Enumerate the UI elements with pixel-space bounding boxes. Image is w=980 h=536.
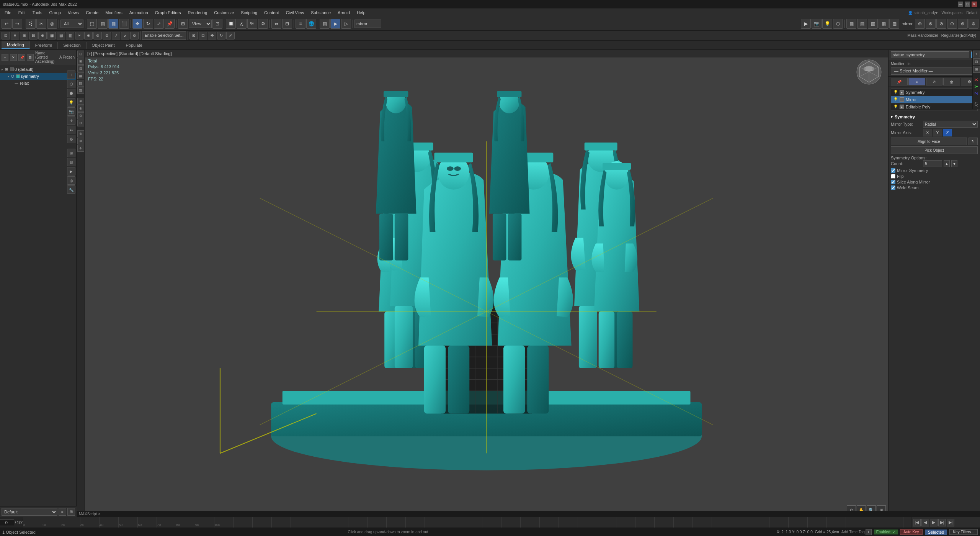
rotate-button[interactable]: ↻: [143, 19, 153, 29]
sec-snap-btn[interactable]: ⊠: [189, 32, 198, 39]
ribbon-extra-6[interactable]: ⊚: [969, 19, 978, 29]
slice-along-checkbox[interactable]: [891, 180, 895, 184]
mirror-symmetry-checkbox[interactable]: [891, 168, 895, 173]
ls-btn-11[interactable]: ⊚: [77, 130, 84, 137]
menu-customize[interactable]: Customize: [211, 10, 237, 16]
autokey-button[interactable]: Auto Key: [900, 529, 923, 535]
scene-explorer-button[interactable]: 🌐: [306, 19, 316, 29]
menu-tools[interactable]: Tools: [29, 10, 46, 16]
pivot-button[interactable]: ⊡: [212, 19, 222, 29]
editable-poly-btn-7[interactable]: ▤: [57, 32, 65, 39]
spacewarps-btn[interactable]: ↭: [67, 126, 75, 134]
minimize-button[interactable]: —: [958, 2, 963, 7]
scene-object-relax[interactable]: — relax: [0, 80, 76, 87]
sec-move-btn[interactable]: ✥: [208, 32, 216, 39]
tab-object-paint[interactable]: Object Paint: [87, 42, 121, 49]
ri-btn-1[interactable]: +: [973, 51, 980, 57]
weld-seam-checkbox[interactable]: [891, 185, 895, 190]
render-button[interactable]: ▶: [330, 19, 340, 29]
menu-graph-editors[interactable]: Graph Editors: [152, 10, 184, 16]
left-panel-close-btn[interactable]: ✕: [10, 54, 17, 61]
mirror-button[interactable]: ⇔: [271, 19, 281, 29]
key-filter-button[interactable]: Key Filters...: [949, 529, 978, 535]
left-panel-pin-btn[interactable]: 📌: [18, 54, 25, 61]
editable-poly-btn-8[interactable]: ▥: [66, 32, 74, 39]
modifier-symmetry[interactable]: 💡 ▸ Symmetry: [891, 89, 977, 96]
tab-modeling[interactable]: Modeling: [2, 41, 30, 49]
spinner-snap-button[interactable]: ⚙: [258, 19, 268, 29]
editable-poly-btn-2[interactable]: ≡: [11, 32, 19, 39]
timeline-track[interactable]: 0 10 20 30 40 50 60 70 80 90 100: [23, 517, 911, 528]
play-anim-button[interactable]: ▶: [801, 19, 811, 29]
render-last-button[interactable]: ▷: [341, 19, 351, 29]
ls-btn-7[interactable]: ⊕: [77, 98, 84, 105]
ribbon-button-1[interactable]: ▦: [846, 19, 856, 29]
menu-create[interactable]: Create: [83, 10, 101, 16]
count-down-btn[interactable]: ▼: [951, 160, 957, 167]
close-button[interactable]: ✕: [972, 2, 977, 7]
editable-poly-btn-4[interactable]: ⊟: [29, 32, 38, 39]
modifier-editable-poly[interactable]: 💡 ▸ Editable Poly: [891, 103, 977, 111]
layer-selector[interactable]: Default: [2, 508, 57, 516]
pick-object-btn[interactable]: Pick Object: [891, 146, 978, 154]
motion-btn[interactable]: ▶: [67, 167, 75, 175]
left-panel-expand-btn[interactable]: ⊞: [27, 54, 34, 61]
modifier-dropdown[interactable]: — Select Modifier — Symmetry Mirror Turb…: [891, 67, 978, 75]
menu-file[interactable]: File: [2, 10, 15, 16]
ls-btn-3[interactable]: ⊟: [77, 65, 84, 72]
ri-btn-3[interactable]: ⊞: [973, 66, 980, 73]
menu-content[interactable]: Content: [261, 10, 282, 16]
geometry-sub-btn[interactable]: ⬡: [67, 80, 75, 88]
editable-poly-btn-1[interactable]: ⊡: [2, 32, 10, 39]
utilities-btn[interactable]: 🔧: [67, 185, 75, 194]
camera-toggle-button[interactable]: 📷: [812, 19, 822, 29]
reference-coord-dropdown[interactable]: View: [189, 20, 212, 28]
ls-btn-13[interactable]: ✛: [77, 145, 84, 152]
next-frame-btn[interactable]: ▶|: [938, 519, 946, 526]
ls-btn-4[interactable]: ▦: [77, 72, 84, 79]
menu-help[interactable]: Help: [354, 10, 369, 16]
editable-poly-btn-9[interactable]: ✂: [75, 32, 83, 39]
ribbon-button-2[interactable]: ▤: [857, 19, 867, 29]
viewcube[interactable]: [854, 57, 884, 88]
angle-snap-button[interactable]: ∡: [237, 19, 247, 29]
bind-button[interactable]: ◎: [47, 19, 57, 29]
ls-btn-9[interactable]: ⊘: [77, 112, 84, 119]
ribbon-button-5[interactable]: ▨: [889, 19, 899, 29]
render-setup-button[interactable]: ▤: [320, 19, 330, 29]
enable-selection-set-btn[interactable]: Enable Selection Set...: [142, 31, 186, 40]
editable-poly-btn-11[interactable]: ⊙: [93, 32, 102, 39]
ribbon-button-4[interactable]: ▦: [879, 19, 889, 29]
tab-freeform[interactable]: Freeform: [30, 42, 58, 49]
maximize-button[interactable]: □: [965, 2, 970, 7]
modifier-mirror[interactable]: 💡 Mirror: [891, 96, 977, 103]
align-button[interactable]: ⊟: [282, 19, 292, 29]
tab-populate[interactable]: Populate: [120, 42, 148, 49]
ribbon-extra-1[interactable]: ⊕: [915, 19, 925, 29]
percent-snap-button[interactable]: %: [247, 19, 257, 29]
editable-poly-btn-15[interactable]: ⊚: [130, 32, 139, 39]
main-viewport[interactable]: [+] [Perspective] [Standard] [Default Sh…: [85, 50, 888, 517]
axis-z-btn[interactable]: Z: [943, 129, 952, 136]
select-button[interactable]: ⬚: [87, 19, 97, 29]
count-up-btn[interactable]: ▲: [944, 160, 950, 167]
menu-arnold[interactable]: Arnold: [335, 10, 353, 16]
layer-mgr-button[interactable]: ≡: [296, 19, 305, 29]
add-time-tag-btn[interactable]: +: [866, 529, 872, 535]
light-toggle-button[interactable]: 💡: [822, 19, 832, 29]
scene-object-symmetry[interactable]: ▾ ⬡ symmetry 👁: [0, 73, 76, 80]
editable-poly-btn-5[interactable]: ⊕: [38, 32, 47, 39]
editable-poly-btn-12[interactable]: ⊘: [103, 32, 111, 39]
sec-rotate-btn[interactable]: ↻: [217, 32, 225, 39]
go-end-btn[interactable]: ▶|: [947, 519, 954, 526]
select-name-button[interactable]: ▤: [98, 19, 108, 29]
ref-coord-button[interactable]: ⊞: [178, 19, 188, 29]
left-panel-options-btn[interactable]: ≡: [2, 54, 8, 61]
systems-btn[interactable]: ⚙: [67, 135, 75, 143]
menu-modifiers[interactable]: Modifiers: [102, 10, 126, 16]
go-start-btn[interactable]: |◀: [913, 519, 921, 526]
ls-btn-8[interactable]: ⊗: [77, 105, 84, 112]
editable-poly-btn-3[interactable]: ⊞: [20, 32, 28, 39]
menu-civil-view[interactable]: Civil View: [283, 10, 307, 16]
menu-animation[interactable]: Animation: [126, 10, 151, 16]
